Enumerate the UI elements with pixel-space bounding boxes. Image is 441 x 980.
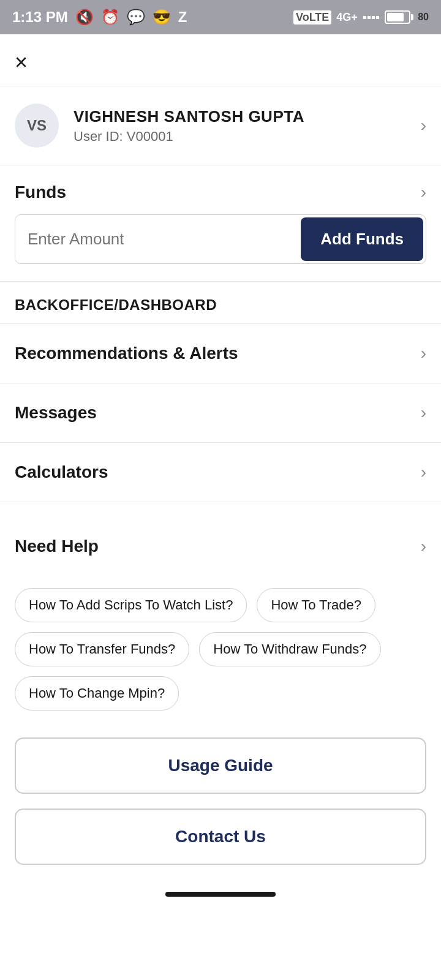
funds-header: Funds ›: [15, 183, 426, 202]
bottom-indicator: [165, 892, 276, 897]
need-help-header[interactable]: Need Help ›: [15, 517, 426, 576]
calculators-chevron-icon: ›: [421, 462, 426, 482]
status-bar: 1:13 PM 🔇 ⏰ 💬 😎 Z VoLTE 4G+ ▪▪▪▪ 80: [0, 0, 441, 34]
close-button[interactable]: ×: [15, 51, 28, 74]
volte-icon: VoLTE: [293, 10, 331, 24]
menu-item-messages[interactable]: Messages ›: [0, 383, 441, 443]
funds-input-row: Add Funds: [15, 214, 426, 264]
user-name: VIGHNESH SANTOSH GUPTA: [74, 107, 421, 126]
avatar: VS: [15, 104, 59, 148]
battery-fill: [387, 13, 404, 21]
recommendations-chevron-icon: ›: [421, 344, 426, 363]
status-right: VoLTE 4G+ ▪▪▪▪ 80: [293, 10, 429, 24]
user-id: User ID: V00001: [74, 129, 421, 145]
help-chip-withdraw[interactable]: How To Withdraw Funds?: [199, 632, 380, 666]
z-icon: Z: [178, 9, 187, 26]
need-help-chevron-icon: ›: [421, 537, 426, 556]
funds-section: Funds › Add Funds: [0, 165, 441, 282]
time-label: 1:13 PM: [12, 9, 68, 26]
user-chevron-icon: ›: [421, 116, 426, 135]
need-help-section: Need Help › How To Add Scrips To Watch L…: [0, 502, 441, 723]
messages-chevron-icon: ›: [421, 403, 426, 423]
whatsapp-icon: 💬: [127, 9, 145, 26]
user-info: VIGHNESH SANTOSH GUPTA User ID: V00001: [74, 107, 421, 145]
battery-icon: [385, 10, 410, 24]
recommendations-label: Recommendations & Alerts: [15, 344, 238, 363]
help-chip-trade[interactable]: How To Trade?: [257, 588, 375, 622]
signal-icon: ▪▪▪▪: [363, 10, 380, 24]
bottom-bar: [0, 880, 441, 915]
funds-title: Funds: [15, 183, 66, 202]
user-profile-section[interactable]: VS VIGHNESH SANTOSH GUPTA User ID: V0000…: [0, 86, 441, 165]
network-label: 4G+: [336, 11, 358, 24]
muted-icon: 🔇: [75, 9, 94, 26]
help-chips: How To Add Scrips To Watch List? How To …: [15, 576, 426, 723]
alarm-icon: ⏰: [101, 9, 119, 26]
action-buttons: Usage Guide Contact Us: [0, 723, 441, 865]
contact-us-button[interactable]: Contact Us: [15, 809, 426, 865]
battery-label: 80: [418, 12, 429, 23]
messages-label: Messages: [15, 403, 97, 423]
usage-guide-button[interactable]: Usage Guide: [15, 737, 426, 794]
need-help-title: Need Help: [15, 537, 99, 556]
status-left: 1:13 PM 🔇 ⏰ 💬 😎 Z: [12, 9, 187, 26]
add-funds-button[interactable]: Add Funds: [301, 217, 423, 261]
help-chip-mpin[interactable]: How To Change Mpin?: [15, 676, 179, 710]
help-chip-watchlist[interactable]: How To Add Scrips To Watch List?: [15, 588, 247, 622]
help-chip-transfer[interactable]: How To Transfer Funds?: [15, 632, 189, 666]
menu-item-recommendations[interactable]: Recommendations & Alerts ›: [0, 324, 441, 383]
funds-chevron-icon: ›: [421, 183, 426, 202]
header: ×: [0, 34, 441, 86]
emoji-icon: 😎: [153, 9, 171, 26]
calculators-label: Calculators: [15, 462, 108, 482]
amount-input[interactable]: [15, 217, 298, 261]
menu-item-calculators[interactable]: Calculators ›: [0, 443, 441, 502]
backoffice-label: BACKOFFICE/DASHBOARD: [0, 282, 441, 324]
